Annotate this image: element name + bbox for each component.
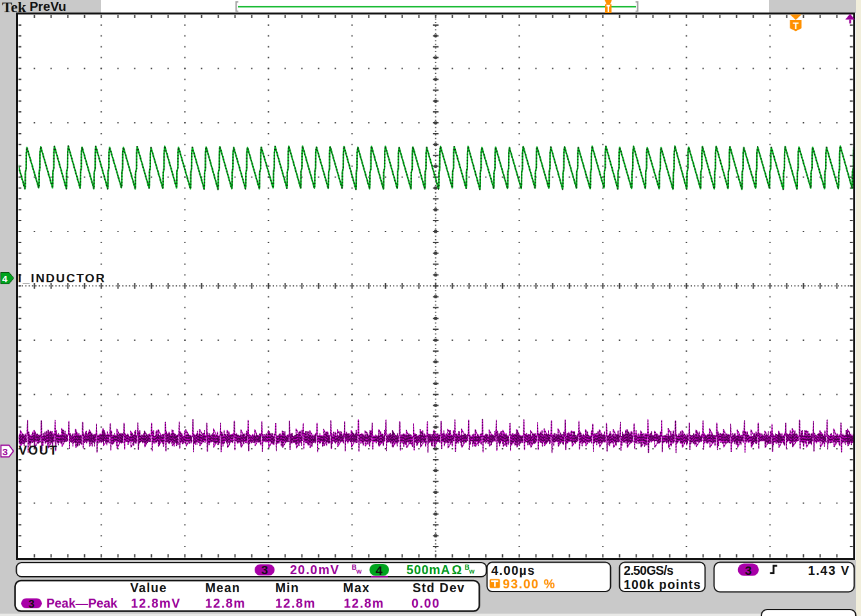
svg-text:12.8mV: 12.8mV	[131, 596, 181, 610]
svg-text:4.00µs: 4.00µs	[491, 563, 535, 577]
svg-text:3: 3	[3, 446, 8, 457]
svg-text:PreVu: PreVu	[30, 0, 66, 14]
svg-text:Ω: Ω	[452, 563, 462, 577]
svg-text:Min: Min	[275, 581, 299, 595]
svg-text:Tek: Tek	[2, 0, 26, 15]
svg-text:4: 4	[2, 273, 8, 284]
svg-text:12.8m: 12.8m	[344, 596, 385, 610]
svg-text:93.00 %: 93.00 %	[503, 577, 556, 591]
svg-text:T: T	[793, 20, 799, 31]
svg-text:W: W	[469, 568, 475, 575]
svg-text:20.0mV: 20.0mV	[290, 563, 340, 577]
svg-text:VOUT: VOUT	[19, 443, 58, 457]
svg-text:Value: Value	[131, 581, 167, 595]
svg-text:Peak—Peak: Peak—Peak	[46, 596, 118, 610]
svg-text:12.8m: 12.8m	[205, 596, 246, 610]
svg-text:3: 3	[261, 563, 268, 577]
svg-text:W: W	[356, 568, 362, 575]
svg-text:4: 4	[376, 564, 383, 577]
svg-text:3: 3	[28, 598, 34, 610]
svg-text:500mA: 500mA	[406, 563, 450, 577]
svg-text:12.8m: 12.8m	[275, 596, 316, 610]
svg-text:Std Dev: Std Dev	[413, 581, 466, 595]
svg-text:I_INDUCTOR: I_INDUCTOR	[18, 271, 106, 285]
svg-text:3: 3	[745, 564, 752, 577]
svg-text:2.50GS/s: 2.50GS/s	[624, 563, 674, 577]
svg-text:100k points: 100k points	[624, 577, 702, 592]
svg-text:1.43 V: 1.43 V	[808, 563, 850, 577]
svg-text:Max: Max	[343, 581, 370, 595]
svg-text:0.00: 0.00	[412, 596, 440, 610]
svg-text:Mean: Mean	[205, 581, 240, 595]
